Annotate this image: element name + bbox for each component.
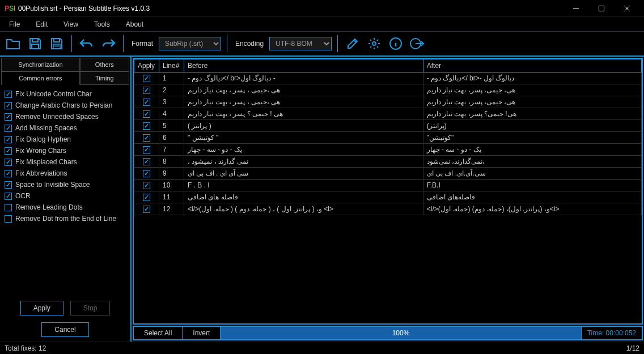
checkbox-icon[interactable] xyxy=(143,146,150,153)
table-row[interactable]: 1- دیالوگ دوم</ br>دیالوگ اول -- دیالوگ … xyxy=(134,72,642,84)
check-label: Add Missing Spaces xyxy=(15,124,77,132)
check-item[interactable]: Fix Abbreviations xyxy=(3,168,127,179)
undo-icon[interactable] xyxy=(78,35,96,53)
check-item[interactable]: Fix Dialog Hyphen xyxy=(3,134,127,145)
checkbox-icon[interactable] xyxy=(143,87,150,94)
checkbox-icon[interactable] xyxy=(5,181,12,189)
checkbox-icon[interactable] xyxy=(5,193,12,200)
checkbox-icon[interactable] xyxy=(5,170,12,177)
check-item[interactable]: Fix Misplaced Chars xyxy=(3,156,127,168)
checkbox-icon[interactable] xyxy=(143,134,150,142)
titlebar: PSF 00Publish.srt - Persian Subtitle Fix… xyxy=(0,0,644,17)
svg-rect-2 xyxy=(599,6,604,11)
check-label: Remove Dot from the End of Line xyxy=(15,215,116,223)
checkbox-icon[interactable] xyxy=(143,99,150,106)
apply-cell[interactable] xyxy=(134,180,159,191)
col-line[interactable]: Line# xyxy=(159,59,184,72)
menu-tools[interactable]: Tools xyxy=(92,19,112,29)
line-cell: 10 xyxy=(159,180,184,191)
apply-cell[interactable] xyxy=(134,72,159,84)
checkbox-icon[interactable] xyxy=(5,102,12,109)
checkbox-icon[interactable] xyxy=(5,159,12,166)
minimize-button[interactable] xyxy=(563,0,588,17)
table-row[interactable]: 9سی آی ای . اف بی ایسی.آی.ای. اف بی ای xyxy=(134,168,642,180)
check-item[interactable]: Remove Unneeded Spaces xyxy=(3,111,127,122)
select-all-button[interactable]: Select All xyxy=(134,327,183,339)
tab-others[interactable]: Others xyxy=(80,58,129,71)
check-item[interactable]: Remove Leading Dots xyxy=(3,202,127,213)
checkbox-icon[interactable] xyxy=(143,75,150,82)
redo-icon[interactable] xyxy=(99,35,117,53)
checkbox-icon[interactable] xyxy=(5,125,12,132)
checkbox-icon[interactable] xyxy=(143,110,150,118)
table-row[interactable]: 12<i/>(جمله. اول ) و، ( پرانتز. اول ) ، … xyxy=(134,203,642,215)
check-item[interactable]: Fix Unicode Control Char xyxy=(3,88,127,100)
exit-icon[interactable] xyxy=(408,35,426,53)
check-item[interactable]: OCR xyxy=(3,190,127,202)
table-row[interactable]: 2هی ،جیمی ، پسر ، بهت نیاز داریمهی، جیمی… xyxy=(134,84,642,96)
col-before[interactable]: Before xyxy=(184,59,423,72)
apply-cell[interactable] xyxy=(134,168,159,180)
button-row-2: Cancel xyxy=(1,319,129,340)
open-icon[interactable] xyxy=(5,35,23,53)
check-item[interactable]: Add Missing Spaces xyxy=(3,122,127,134)
checkbox-icon[interactable] xyxy=(5,215,12,223)
checkbox-icon[interactable] xyxy=(5,147,12,155)
cancel-button[interactable]: Cancel xyxy=(41,322,88,337)
apply-cell[interactable] xyxy=(134,203,159,215)
apply-cell[interactable] xyxy=(134,132,159,144)
tab-common-errors[interactable]: Common errors xyxy=(1,71,80,85)
apply-cell[interactable] xyxy=(134,84,159,96)
check-item[interactable]: Change Arabic Chars to Persian xyxy=(3,100,127,111)
apply-cell[interactable] xyxy=(134,96,159,108)
apply-cell[interactable] xyxy=(134,191,159,203)
tab-timing[interactable]: Timing xyxy=(80,71,129,85)
checkbox-icon[interactable] xyxy=(143,182,150,189)
col-apply[interactable]: Apply xyxy=(134,59,159,72)
check-item[interactable]: Fix Wrong Chars xyxy=(3,145,127,156)
table-row[interactable]: 6" کوتیشن ""کوتیشن" xyxy=(134,132,642,144)
encoding-select[interactable]: UTF-8 BOM xyxy=(269,37,332,50)
edit-icon[interactable] xyxy=(344,35,362,53)
after-cell: "کوتیشن" xyxy=(423,132,641,144)
checkbox-icon[interactable] xyxy=(5,136,12,143)
maximize-button[interactable] xyxy=(588,0,614,17)
checkbox-icon[interactable] xyxy=(143,194,150,201)
apply-cell[interactable] xyxy=(134,144,159,156)
table-row[interactable]: 3هی ،جیمی ، پسر ، بهت نیاز داریمهی، جیمی… xyxy=(134,96,642,108)
menu-edit[interactable]: Edit xyxy=(33,19,50,29)
check-item[interactable]: Remove Dot from the End of Line xyxy=(3,213,127,224)
col-after[interactable]: After xyxy=(423,59,641,72)
format-select[interactable]: SubRip (.srt) xyxy=(159,37,221,50)
app-icon: PSF xyxy=(5,5,15,12)
apply-cell[interactable] xyxy=(134,108,159,120)
menu-file[interactable]: File xyxy=(7,19,22,29)
invert-button[interactable]: Invert xyxy=(183,327,221,339)
table-row[interactable]: 10F . B . IF.B.I xyxy=(134,180,642,191)
save-icon[interactable] xyxy=(26,35,44,53)
checkbox-icon[interactable] xyxy=(143,206,150,213)
checkbox-icon[interactable] xyxy=(143,122,150,130)
tab-synchronization[interactable]: Synchronization xyxy=(1,58,80,71)
checkbox-icon[interactable] xyxy=(143,170,150,177)
table-row[interactable]: 7یک - دو - سه - چهاریک - دو - سه - چهار xyxy=(134,144,642,156)
settings-icon[interactable] xyxy=(365,35,383,53)
apply-cell[interactable] xyxy=(134,156,159,168)
checkbox-icon[interactable] xyxy=(5,113,12,121)
info-icon[interactable] xyxy=(387,35,405,53)
save-as-icon[interactable] xyxy=(48,35,66,53)
table-row[interactable]: 8، نمی گذارند ، نمیشودنمی‌گذارند، نمی‌شو… xyxy=(134,156,642,168)
check-item[interactable]: Space to Invisible Space xyxy=(3,179,127,190)
checkbox-icon[interactable] xyxy=(5,91,12,98)
table-row[interactable]: 11فاصله های اضافیفاصله‌های اضافی xyxy=(134,191,642,203)
table-row[interactable]: 4هی ! جیمی ؟ پسر ، بهت نیاز داریمهی! جیم… xyxy=(134,108,642,120)
checkbox-icon[interactable] xyxy=(143,158,150,165)
menu-about[interactable]: About xyxy=(124,19,146,29)
before-cell: ( پرانتز ) xyxy=(184,120,423,132)
table-row[interactable]: 5( پرانتز )(پرانتز) xyxy=(134,120,642,132)
menu-view[interactable]: View xyxy=(61,19,80,29)
apply-cell[interactable] xyxy=(134,120,159,132)
checkbox-icon[interactable] xyxy=(5,204,12,211)
close-button[interactable] xyxy=(614,0,639,17)
apply-button[interactable]: Apply xyxy=(20,301,63,315)
